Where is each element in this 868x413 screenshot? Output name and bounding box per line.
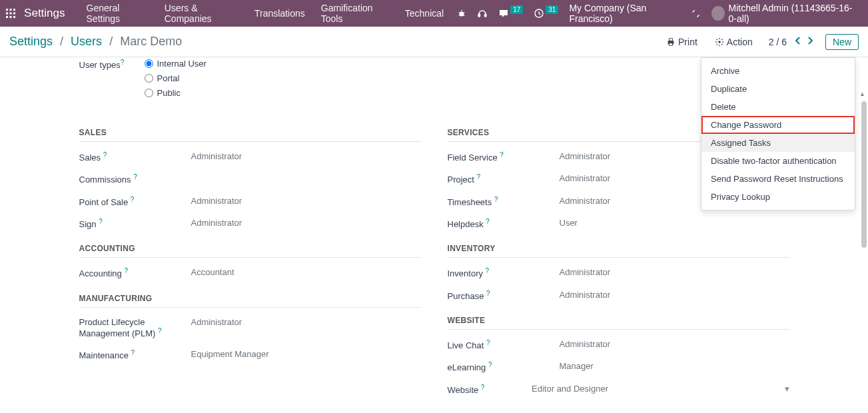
field-value[interactable]: Administrator — [191, 316, 242, 327]
field-value[interactable]: Administrator — [191, 150, 242, 161]
radio-internal[interactable] — [145, 59, 153, 68]
field-label: Project ? — [448, 172, 560, 185]
field-value[interactable]: Administrator — [560, 172, 611, 183]
field-row: Sales ?Administrator — [79, 150, 421, 163]
field-value[interactable]: Administrator — [560, 195, 611, 206]
svg-rect-3 — [6, 13, 8, 15]
field-value[interactable]: Administrator — [560, 338, 611, 349]
field-label: Accounting ? — [79, 266, 191, 278]
field-label: Inventory ? — [448, 266, 560, 278]
field-value[interactable]: User — [560, 216, 578, 228]
scroll-thumb[interactable] — [861, 101, 867, 248]
messages-icon[interactable]: 17 — [493, 8, 528, 19]
action-delete[interactable]: Delete — [701, 98, 855, 116]
apps-icon[interactable] — [5, 7, 16, 19]
action-disable-2fa[interactable]: Disable two-factor authentication — [701, 152, 855, 170]
radio-portal[interactable] — [145, 74, 153, 83]
menu-users-companies[interactable]: Users & Companies — [157, 3, 246, 24]
help-icon[interactable]: ? — [99, 218, 103, 225]
breadcrumb-settings[interactable]: Settings — [9, 35, 53, 48]
field-label: eLearning ? — [448, 360, 560, 372]
pager-prev-icon[interactable] — [792, 37, 804, 47]
opt-portal[interactable]: Portal — [145, 73, 207, 83]
field-label: Live Chat ? — [448, 338, 560, 350]
help-icon[interactable]: ? — [477, 173, 481, 181]
support-icon[interactable] — [472, 8, 493, 19]
action-send-pwd-reset[interactable]: Send Password Reset Instructions — [701, 170, 855, 188]
action-archive[interactable]: Archive — [701, 62, 855, 80]
help-icon[interactable]: ? — [103, 151, 107, 159]
field-label: Product Lifecycle Management (PLM) ? — [79, 316, 191, 338]
field-row: eLearning ?Manager — [448, 360, 789, 372]
brand-title[interactable]: Settings — [24, 7, 65, 20]
help-icon[interactable]: ? — [486, 290, 490, 297]
field-value[interactable]: Administrator — [560, 150, 611, 161]
settings-icon[interactable] — [685, 8, 706, 19]
help-icon[interactable]: ? — [500, 151, 504, 159]
action-assigned-tasks[interactable]: Assigned Tasks — [701, 134, 855, 152]
help-icon[interactable]: ? — [131, 196, 135, 203]
help-icon[interactable]: ? — [158, 327, 162, 334]
action-change-password[interactable]: Change Password — [701, 116, 855, 134]
field-value[interactable]: Administrator — [191, 216, 242, 228]
messages-badge: 17 — [510, 5, 523, 14]
print-button[interactable]: Print — [661, 34, 703, 50]
svg-rect-5 — [13, 13, 15, 15]
action-button[interactable]: Action — [709, 34, 758, 50]
help-icon[interactable]: ? — [486, 218, 490, 225]
chevron-down-icon[interactable]: ▾ — [785, 384, 789, 394]
user-types-field: User types? Internal User Portal Public — [79, 57, 789, 103]
content: Archive Duplicate Delete Change Password… — [0, 57, 868, 413]
pager-count[interactable]: 2 / 6 — [769, 37, 787, 47]
action-privacy-lookup[interactable]: Privacy Lookup — [701, 188, 855, 206]
activities-icon[interactable]: 31 — [528, 8, 564, 19]
avatar — [711, 6, 725, 21]
field-row: Sign ?Administrator — [79, 216, 421, 229]
field-value[interactable]: Editor and Designer▾ — [532, 382, 789, 394]
help-icon[interactable]: ? — [488, 361, 492, 368]
field-value[interactable]: Administrator — [560, 266, 611, 277]
field-value[interactable]: Administrator — [560, 288, 611, 300]
field-label: Timesheets ? — [448, 195, 560, 207]
help-icon[interactable]: ? — [494, 196, 498, 203]
field-value[interactable]: Administrator — [191, 195, 242, 206]
debug-icon[interactable] — [452, 9, 472, 18]
opt-internal-user[interactable]: Internal User — [145, 59, 207, 69]
help-icon[interactable]: ? — [131, 349, 135, 356]
field-value[interactable]: Manager — [560, 360, 594, 371]
radio-public[interactable] — [145, 89, 153, 97]
help-icon[interactable]: ? — [481, 384, 485, 391]
help-icon[interactable]: ? — [124, 267, 128, 274]
menu-translations[interactable]: Translations — [246, 8, 313, 19]
help-icon[interactable]: ? — [133, 173, 137, 181]
field-row: Maintenance ?Equipment Manager — [79, 348, 421, 360]
activities-badge: 31 — [546, 5, 558, 14]
svg-rect-4 — [10, 13, 12, 15]
field-row: Inventory ?Administrator — [448, 266, 789, 278]
menu-technical[interactable]: Technical — [397, 8, 452, 19]
menu-general-settings[interactable]: General Settings — [79, 3, 157, 24]
pager-next-icon[interactable] — [804, 37, 816, 47]
help-icon[interactable]: ? — [486, 267, 490, 274]
help-icon[interactable]: ? — [486, 339, 490, 346]
help-icon[interactable]: ? — [121, 59, 125, 66]
new-button[interactable]: New — [825, 34, 859, 50]
field-label: Sales ? — [79, 150, 191, 163]
field-value[interactable]: Equipment Manager — [191, 348, 269, 359]
section-title: ACCOUNTING — [79, 238, 421, 258]
section-title: SALES — [79, 123, 421, 142]
svg-rect-8 — [13, 16, 15, 18]
svg-rect-14 — [669, 38, 672, 41]
field-value[interactable]: Accountant — [191, 266, 234, 277]
action-duplicate[interactable]: Duplicate — [701, 80, 855, 98]
svg-rect-10 — [478, 14, 480, 17]
field-row: Commissions ? — [79, 172, 421, 185]
menu-gamification[interactable]: Gamification Tools — [313, 3, 397, 24]
breadcrumb-current: Marc Demo — [120, 35, 182, 48]
scrollbar[interactable]: ▲ — [857, 88, 868, 413]
user-menu[interactable]: Mitchell Admin (11143665-16-0-all) — [706, 3, 863, 24]
breadcrumb-users[interactable]: Users — [71, 35, 102, 48]
opt-public[interactable]: Public — [145, 88, 207, 98]
company-switcher[interactable]: My Company (San Francisco) — [564, 3, 685, 24]
scroll-up-icon[interactable]: ▲ — [859, 91, 865, 97]
